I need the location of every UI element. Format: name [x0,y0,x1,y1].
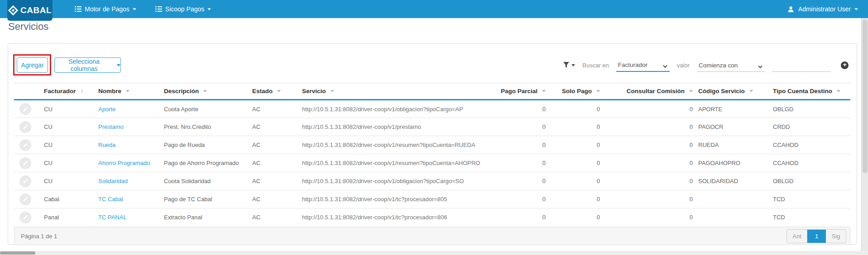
column-header-edit [14,83,41,100]
column-label: Descripción [164,88,199,94]
chevron-down-icon [117,64,120,66]
cell-estado: AC [249,208,299,227]
cell-servicio: http://10.5.1.31:8082/driver-coop/v1/res… [299,154,494,172]
chevron-down-icon [207,8,211,10]
column-label: Facturador [44,88,76,94]
cell-codigo_servicio: RUEDA [695,136,770,154]
table-row: CUPrestamoPrest. Nro.CreditoAChttp://10.… [14,118,850,136]
chevron-down-icon [133,8,136,10]
brand-logo[interactable]: CABAL [7,0,53,21]
column-header-tipo_cuenta_destino[interactable]: Tipo Cuenta Destino [770,83,850,100]
cell-estado: AC [249,190,299,208]
cell-solo_pago: 0 [548,172,603,190]
edit-row-button[interactable] [19,194,31,205]
cell-facturador: CU [41,172,96,190]
service-name-link[interactable]: TC Cabal [98,196,123,203]
cell-pago_parcial: 0 [494,154,548,172]
column-header-pago_parcial[interactable]: Pago Parcial [494,83,548,100]
cell-nombre: TC PANAL [96,208,161,227]
service-name-link[interactable]: Prestamo [98,123,124,130]
sort-caret-icon [542,90,546,92]
search-controls: Buscar en Facturador valor Comienza con … [563,57,849,73]
user-menu[interactable]: Administrator User [787,5,858,13]
table-body: CUAporteCuota AporteAChttp://10.5.1.31:8… [14,100,850,227]
vertical-scrollbar[interactable] [861,18,868,251]
menu-motor-de-pagos[interactable]: Motor de Pagos [75,5,136,13]
edit-row-button[interactable] [19,121,31,133]
cell-descripcion: Pago de Ahorro Programado [161,154,249,172]
column-header-estado[interactable]: Estado [249,83,299,100]
cell-solo_pago: 0 [548,208,603,227]
column-header-nombre[interactable]: Nombre [96,83,161,100]
cell-estado: AC [249,136,299,154]
edit-row-button[interactable] [19,157,31,169]
service-name-link[interactable]: Solidaridad [98,178,128,184]
cell-tipo_cuenta_destino: TCD [770,190,850,208]
edit-row-button[interactable] [19,175,31,187]
menu-sicoop-pagos[interactable]: Sicoop Pagos [155,5,211,13]
search-value-input[interactable] [772,58,831,72]
column-header-codigo_servicio[interactable]: Código Servicio [695,83,770,100]
table-row: CUAporteCuota AporteAChttp://10.5.1.31:8… [14,100,850,118]
search-field-value: Facturador [618,61,647,68]
service-name-link[interactable]: Ahorro Programado [98,160,150,166]
cell-tipo_cuenta_destino: TCD [770,208,850,227]
sort-caret-icon [837,90,840,92]
horizontal-scrollbar[interactable] [0,251,868,255]
filter-button[interactable] [563,62,575,68]
vertical-scrollbar-thumb[interactable] [863,19,868,173]
select-columns-button[interactable]: Selecciona columnas [54,57,121,73]
column-header-descripcion[interactable]: Descripción [161,83,249,100]
edit-row-button[interactable] [19,139,31,151]
pencil-icon [23,196,29,202]
cell-servicio: http://10.5.1.31:8082/driver-coop/v1/obl… [299,172,494,190]
search-field-select[interactable]: Facturador [616,58,670,72]
column-header-servicio[interactable]: Servicio [299,83,494,100]
service-name-link[interactable]: Aporte [98,106,115,113]
edit-row-button[interactable] [19,212,31,223]
cell-descripcion: Extracto Panal [161,208,249,227]
edit-row-button[interactable] [19,103,31,115]
cell-tipo_cuenta_destino: CRDD [770,118,850,136]
cell-facturador: CU [41,154,96,172]
cell-tipo_cuenta_destino: OBLGD [770,100,850,118]
column-header-facturador[interactable]: Facturador↑ [41,83,96,100]
cell-facturador: CU [41,118,96,136]
cell-pago_parcial: 0 [494,118,548,136]
search-operator-value: Comienza con [699,62,738,69]
service-name-link[interactable]: TC PANAL [98,214,127,221]
sort-caret-icon [126,90,129,92]
cell-estado: AC [249,154,299,172]
add-filter-icon[interactable]: + [841,61,849,69]
cell-facturador: Panal [41,208,96,227]
cell-servicio: http://10.5.1.31:8082/driver-coop/v1/res… [299,136,494,154]
search-operator-select[interactable]: Comienza con [697,58,765,72]
page-title: Servicios [8,21,48,33]
sort-caret-icon [596,90,600,92]
horizontal-scrollbar-thumb[interactable] [0,251,35,255]
select-columns-label: Selecciona columnas [55,58,113,72]
pencil-icon [23,178,29,184]
column-label: Servicio [302,88,326,94]
pagination-next-button[interactable]: Sig [826,230,846,243]
cell-codigo_servicio [695,208,770,227]
sort-caret-icon [331,90,334,92]
cell-consultar_comision: 0 [603,154,695,172]
pencil-icon [23,106,29,112]
column-label: Consultar Comisión [627,88,685,94]
column-header-consultar_comision[interactable]: Consultar Comisión [603,83,695,100]
column-label: Nombre [98,88,121,94]
column-header-solo_pago[interactable]: Solo Pago [548,83,603,100]
pagination-page-1-button[interactable]: 1 [807,230,826,243]
cell-nombre: Prestamo [96,118,161,136]
pagination-prev-button[interactable]: Ant [787,230,807,243]
service-name-link[interactable]: Rueda [98,142,115,148]
add-button[interactable]: Agregar [17,57,48,73]
menu-label: Motor de Pagos [85,5,129,13]
page-info-label: Página 1 de 1 [21,233,57,240]
sort-asc-icon: ↑ [81,88,84,94]
sort-caret-icon [689,90,693,92]
cabal-diamond-icon [8,5,18,15]
cell-consultar_comision: 0 [603,172,695,190]
services-card: Agregar Selecciona columnas Buscar en Fa… [8,43,857,245]
